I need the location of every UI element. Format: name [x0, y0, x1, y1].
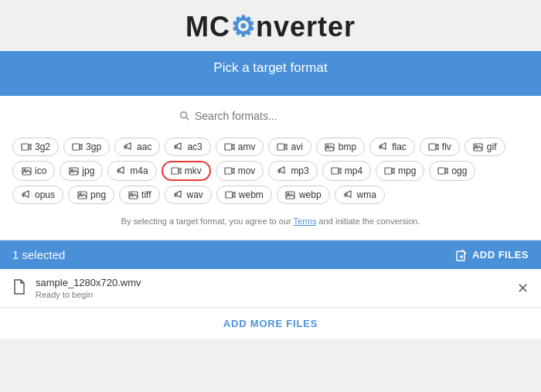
- svg-rect-24: [225, 168, 232, 174]
- audio-icon: [123, 143, 134, 151]
- video-icon: [224, 143, 235, 151]
- file-icon: [12, 279, 26, 298]
- video-icon: [72, 143, 83, 151]
- file-row: sample_1280x720.wmv Ready to begin ✕: [0, 269, 541, 308]
- format-btn-wma[interactable]: wma: [335, 186, 385, 204]
- image-icon: [21, 167, 32, 175]
- add-files-icon: [455, 249, 468, 261]
- image-icon: [128, 191, 138, 199]
- video-icon: [224, 167, 235, 175]
- app-header: MC⚙nverter: [0, 0, 541, 51]
- svg-rect-9: [277, 144, 284, 150]
- format-btn-ogg[interactable]: ogg: [429, 161, 475, 181]
- terms-link[interactable]: Terms: [294, 216, 317, 226]
- svg-rect-43: [457, 251, 464, 261]
- svg-rect-38: [226, 192, 233, 198]
- format-panel: Pick a target format: [0, 51, 541, 96]
- svg-rect-23: [172, 168, 179, 174]
- format-btn-bmp[interactable]: bmp: [316, 138, 365, 156]
- format-btn-mpg[interactable]: mpg: [376, 161, 424, 181]
- image-icon: [285, 191, 296, 199]
- add-files-button[interactable]: ADD FILES: [455, 249, 529, 261]
- video-icon: [225, 191, 236, 199]
- format-buttons-grid: 3g23gpaacac3amvavibmpflacflvgificojpgm4a…: [12, 138, 529, 204]
- svg-rect-29: [438, 168, 445, 174]
- terms-line: By selecting a target format, you agree …: [12, 212, 529, 232]
- format-btn-jpg[interactable]: jpg: [60, 161, 103, 181]
- format-btn-gif[interactable]: gif: [464, 138, 505, 156]
- file-info: sample_1280x720.wmv Ready to begin: [36, 277, 517, 299]
- format-btn-avi[interactable]: avi: [268, 138, 311, 156]
- format-btn-aac[interactable]: aac: [114, 138, 160, 156]
- format-btn-webm[interactable]: webm: [216, 186, 272, 204]
- svg-rect-28: [385, 168, 392, 174]
- format-btn-m4a[interactable]: m4a: [107, 161, 156, 181]
- audio-icon: [173, 143, 184, 151]
- format-btn-mov[interactable]: mov: [216, 161, 264, 181]
- format-btn-ac3[interactable]: ac3: [165, 138, 210, 156]
- image-icon: [325, 143, 335, 151]
- video-icon: [171, 167, 182, 175]
- format-btn-amv[interactable]: amv: [216, 138, 264, 156]
- svg-rect-2: [22, 144, 29, 150]
- add-more-files-button[interactable]: ADD MORE FILES: [0, 308, 541, 339]
- format-btn-3gp[interactable]: 3gp: [63, 138, 110, 156]
- format-btn-png[interactable]: png: [68, 186, 114, 204]
- format-btn-tiff[interactable]: tiff: [119, 186, 159, 204]
- file-name: sample_1280x720.wmv: [36, 277, 517, 288]
- svg-rect-8: [225, 144, 232, 150]
- video-icon: [331, 167, 342, 175]
- selected-count: 1 selected: [12, 248, 65, 261]
- svg-rect-14: [429, 144, 436, 150]
- files-header: 1 selected ADD FILES: [0, 240, 541, 269]
- video-icon: [21, 143, 32, 151]
- audio-icon: [277, 167, 288, 175]
- image-icon: [473, 143, 484, 151]
- format-btn-opus[interactable]: opus: [12, 186, 63, 204]
- search-icon: [179, 111, 190, 121]
- remove-file-button[interactable]: ✕: [517, 281, 529, 295]
- format-btn-flac[interactable]: flac: [369, 138, 415, 156]
- format-btn-flv[interactable]: flv: [420, 138, 460, 156]
- app-title: MC⚙nverter: [0, 11, 541, 43]
- svg-rect-27: [332, 168, 339, 174]
- formats-area: 3g23gpaacac3amvavibmpflacflvgificojpgm4a…: [0, 96, 541, 240]
- gear-icon: ⚙: [230, 11, 256, 43]
- video-icon: [277, 143, 288, 151]
- video-icon: [384, 167, 395, 175]
- video-icon: [437, 167, 448, 175]
- format-btn-3g2[interactable]: 3g2: [12, 138, 59, 156]
- image-icon: [77, 191, 87, 199]
- format-btn-wav[interactable]: wav: [165, 186, 212, 204]
- audio-icon: [116, 167, 127, 175]
- svg-line-1: [186, 118, 189, 121]
- svg-point-0: [181, 112, 187, 118]
- audio-icon: [378, 143, 389, 151]
- format-panel-title: Pick a target format: [15, 60, 526, 76]
- search-input[interactable]: [195, 110, 362, 122]
- svg-rect-3: [73, 144, 80, 150]
- format-btn-mp3[interactable]: mp3: [268, 161, 317, 181]
- video-icon: [428, 143, 439, 151]
- format-btn-webp[interactable]: webp: [277, 186, 330, 204]
- audio-icon: [173, 191, 184, 199]
- file-status: Ready to begin: [36, 290, 517, 299]
- audio-icon: [343, 191, 354, 199]
- image-icon: [68, 167, 79, 175]
- audio-icon: [21, 191, 32, 199]
- format-btn-ico[interactable]: ico: [12, 161, 55, 181]
- format-btn-mkv[interactable]: mkv: [162, 161, 211, 181]
- bottom-section: 1 selected ADD FILES sample_1280x720.wmv…: [0, 240, 541, 339]
- format-btn-mp4[interactable]: mp4: [322, 161, 371, 181]
- search-box: [170, 105, 371, 127]
